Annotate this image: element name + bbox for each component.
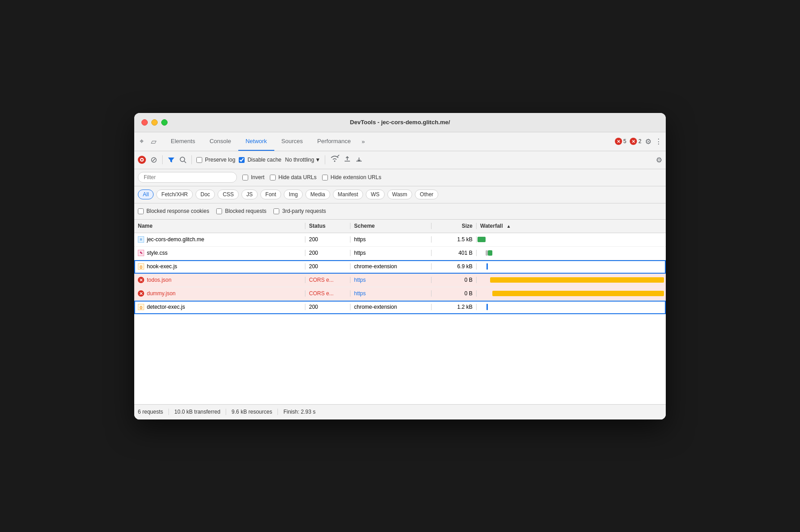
- header-name[interactable]: Name: [134, 223, 305, 229]
- hide-ext-urls-label[interactable]: Hide extension URLs: [322, 174, 382, 180]
- row-scheme-3: chrome-extension: [350, 263, 432, 270]
- row-waterfall-4: [477, 274, 666, 287]
- third-party-checkbox[interactable]: [273, 208, 279, 214]
- hide-ext-urls-checkbox[interactable]: [322, 175, 328, 180]
- transferred-size: 10.0 kB transferred: [169, 409, 226, 415]
- error-count-2: 2: [638, 138, 641, 144]
- error-count-1: 5: [623, 138, 627, 144]
- tab-sources[interactable]: Sources: [274, 132, 310, 151]
- tab-network[interactable]: Network: [238, 132, 274, 151]
- chip-css[interactable]: CSS: [218, 189, 239, 199]
- tab-console[interactable]: Console: [202, 132, 238, 151]
- row-waterfall-1: [477, 233, 666, 246]
- disable-cache-checkbox[interactable]: [239, 157, 245, 163]
- more-options-icon[interactable]: ⋮: [655, 137, 662, 146]
- hide-data-urls-label[interactable]: Hide data URLs: [270, 174, 317, 180]
- filter-chips: All Fetch/XHR Doc CSS JS Font Img Media …: [134, 186, 666, 203]
- close-button[interactable]: [141, 119, 148, 126]
- disable-cache-label[interactable]: Disable cache: [239, 157, 281, 163]
- svg-line-3: [337, 155, 339, 157]
- title-bar: DevTools - jec-cors-demo.glitch.me/: [134, 113, 666, 132]
- hide-data-urls-checkbox[interactable]: [270, 175, 276, 180]
- row-scheme-4: https: [350, 277, 432, 283]
- row-waterfall-6: [477, 301, 666, 314]
- sort-arrow-icon: ▲: [506, 224, 511, 229]
- status-bar: 6 requests 10.0 kB transferred 9.6 kB re…: [134, 404, 666, 419]
- row-status-3: 200: [305, 263, 350, 270]
- minimize-button[interactable]: [151, 119, 158, 126]
- invert-checkbox[interactable]: [242, 175, 248, 180]
- upload-icon[interactable]: [343, 155, 351, 165]
- row-size-2: 401 B: [432, 250, 477, 256]
- filter-icon[interactable]: [167, 156, 175, 164]
- search-icon[interactable]: [179, 156, 187, 164]
- html-file-icon: ≡: [138, 236, 144, 243]
- record-button[interactable]: [138, 156, 146, 164]
- wifi-icon[interactable]: [330, 155, 340, 165]
- fullscreen-button[interactable]: [161, 119, 168, 126]
- header-waterfall[interactable]: Waterfall ▲: [477, 223, 666, 229]
- row-status-1: 200: [305, 236, 350, 243]
- clear-button[interactable]: ⊘: [150, 156, 158, 164]
- table-row[interactable]: {} detector-exec.js 200 chrome-extension…: [134, 301, 666, 314]
- toolbar-separator-2: [191, 155, 192, 164]
- invert-label[interactable]: Invert: [242, 174, 264, 180]
- blocked-cookies-label[interactable]: Blocked response cookies: [138, 208, 209, 214]
- more-tabs-button[interactable]: »: [358, 135, 368, 149]
- row-size-4: 0 B: [432, 277, 477, 283]
- waterfall-bar-1: [477, 237, 486, 242]
- settings-icon[interactable]: ⚙: [645, 137, 651, 146]
- table-row[interactable]: ✕ dummy.json CORS e... https 0 B: [134, 287, 666, 301]
- chip-js[interactable]: JS: [241, 189, 258, 199]
- chip-other[interactable]: Other: [415, 189, 438, 199]
- devtools-body: ⌖ ▱ Elements Console Network Sources Per…: [134, 132, 666, 419]
- chip-doc[interactable]: Doc: [195, 189, 215, 199]
- preserve-log-checkbox[interactable]: [196, 157, 202, 163]
- header-size[interactable]: Size: [432, 223, 477, 229]
- row-waterfall-2: [477, 247, 666, 260]
- filter-input[interactable]: [138, 172, 237, 183]
- blocked-requests-label[interactable]: Blocked requests: [216, 208, 266, 214]
- header-status[interactable]: Status: [305, 223, 350, 229]
- chip-fetch-xhr[interactable]: Fetch/XHR: [156, 189, 193, 199]
- js-file-icon-2: {}: [138, 304, 144, 310]
- third-party-label[interactable]: 3rd-party requests: [273, 208, 326, 214]
- throttle-selector[interactable]: No throttling ▼: [285, 157, 321, 163]
- error-circle-icon: ✕: [138, 277, 144, 283]
- error-circle-icon-2: ✕: [138, 290, 144, 297]
- inspect-element-icon[interactable]: ⌖: [138, 135, 145, 148]
- blocked-requests-checkbox[interactable]: [216, 208, 222, 214]
- toolbar-separator-1: [162, 155, 163, 164]
- chip-ws[interactable]: WS: [366, 189, 384, 199]
- table-row[interactable]: ≡ jec-cors-demo.glitch.me 200 https 1.5 …: [134, 233, 666, 247]
- waterfall-bar-3: [486, 263, 488, 270]
- error-badge-2[interactable]: ✕ 2: [630, 138, 641, 145]
- chip-all[interactable]: All: [138, 189, 154, 199]
- chip-font[interactable]: Font: [260, 189, 281, 199]
- table-row[interactable]: ✎ style.css 200 https 401 B: [134, 247, 666, 260]
- row-name-5: ✕ dummy.json: [134, 290, 305, 297]
- row-size-6: 1.2 kB: [432, 304, 477, 310]
- row-size-3: 6.9 kB: [432, 263, 477, 270]
- record-inner: [140, 158, 144, 162]
- chip-manifest[interactable]: Manifest: [333, 189, 363, 199]
- row-status-4: CORS e...: [305, 277, 350, 283]
- network-settings-icon[interactable]: ⚙: [656, 156, 662, 164]
- table-row[interactable]: {} hook-exec.js 200 chrome-extension 6.9…: [134, 260, 666, 274]
- blocked-cookies-checkbox[interactable]: [138, 208, 144, 214]
- error-badge-1[interactable]: ✕ 5: [615, 138, 627, 145]
- preserve-log-label[interactable]: Preserve log: [196, 157, 235, 163]
- svg-point-0: [180, 157, 185, 162]
- row-name-2: ✎ style.css: [134, 250, 305, 256]
- download-icon[interactable]: [355, 155, 363, 165]
- device-toolbar-icon[interactable]: ▱: [149, 135, 158, 148]
- svg-point-2: [334, 161, 336, 162]
- tab-performance[interactable]: Performance: [310, 132, 358, 151]
- header-scheme[interactable]: Scheme: [350, 223, 432, 229]
- chip-media[interactable]: Media: [305, 189, 330, 199]
- tab-elements[interactable]: Elements: [164, 132, 202, 151]
- chip-wasm[interactable]: Wasm: [387, 189, 413, 199]
- row-waterfall-3: [477, 260, 666, 273]
- table-row[interactable]: ✕ todos.json CORS e... https 0 B: [134, 274, 666, 287]
- chip-img[interactable]: Img: [284, 189, 303, 199]
